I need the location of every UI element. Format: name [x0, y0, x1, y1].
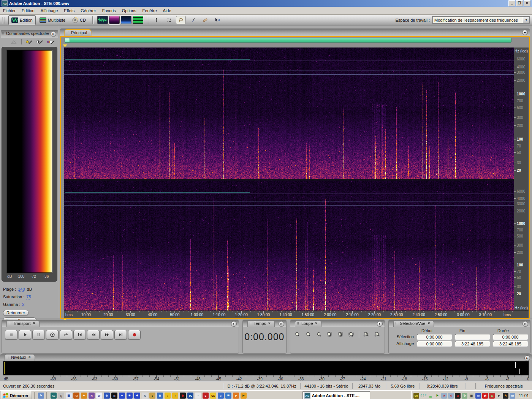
level-meter[interactable] [3, 361, 529, 375]
spectrogram-right-channel[interactable] [64, 180, 514, 310]
zoom-out-horizontal-button[interactable] [303, 330, 313, 339]
waveform-display-button[interactable] [97, 16, 108, 24]
panel-menu-button[interactable]: ▶ [377, 321, 383, 327]
menu-aide[interactable]: Aide [160, 8, 174, 14]
media-player-icon[interactable]: ▶ [241, 393, 247, 399]
palette-pen-contrast-icon[interactable] [36, 40, 44, 44]
cursor-icon[interactable]: ➤ [496, 393, 502, 399]
task-button-audition[interactable]: Au Adobe Audition - STE-... [302, 391, 370, 399]
zoom-out-full-button[interactable] [314, 330, 324, 339]
time-field[interactable]: 3:22:48.185 [493, 341, 528, 347]
planet-icon[interactable]: ◉ [104, 393, 110, 399]
playhead-marker-top[interactable] [63, 44, 67, 47]
pdf-icon[interactable]: P [233, 393, 239, 399]
pen-tablet-icon[interactable]: ✎ [38, 393, 44, 399]
close-icon[interactable]: × [315, 321, 318, 325]
menu-fenêtre[interactable]: Fenêtre [139, 8, 160, 14]
tab-selection-vue[interactable]: Sélection/Vue × [393, 320, 434, 327]
field-value-link[interactable]: 2 [22, 302, 24, 307]
close-icon[interactable]: × [268, 321, 271, 325]
workspace-dropdown[interactable]: Modification de l'espacement des fréquen… [432, 16, 530, 24]
zoom-selection-left-edge-button[interactable] [336, 330, 346, 339]
record-button[interactable] [128, 330, 141, 340]
overview-scrollbar[interactable] [65, 38, 511, 43]
spectral-frequency-display-button[interactable] [109, 16, 120, 24]
menu-options[interactable]: Options [119, 8, 139, 14]
paintbrush-tool[interactable] [188, 16, 198, 24]
play-button[interactable] [19, 330, 31, 340]
time-field[interactable]: 3:22:48.185 [455, 341, 490, 347]
rewind-button[interactable] [87, 330, 100, 340]
lasso-selection-tool[interactable] [176, 16, 186, 24]
time-selection-tool[interactable] [152, 16, 162, 24]
panel-menu-button[interactable]: ▶ [524, 355, 530, 361]
play-looped-button[interactable] [46, 330, 59, 340]
stop-button[interactable] [5, 330, 17, 340]
dropdown-arrow-icon[interactable]: ▼ [523, 17, 529, 23]
messenger-icon[interactable]: ☺ [218, 393, 224, 399]
edition-mode-button[interactable]: Edition [8, 15, 36, 25]
playhead-line[interactable] [64, 48, 64, 310]
spectral-pan-display-button[interactable] [133, 16, 143, 24]
go-to-end-button[interactable] [114, 330, 127, 340]
onenote-icon[interactable]: N [89, 393, 95, 399]
ball-yellow-icon[interactable]: ● [165, 393, 171, 399]
panel-menu-button[interactable]: ▶ [51, 31, 56, 37]
field-value-link[interactable]: 140 [18, 287, 25, 292]
start-button[interactable]: Démarrer [1, 391, 32, 399]
restore-button[interactable]: ❐ [516, 0, 523, 6]
web-tool-icon[interactable]: 3 [149, 393, 155, 399]
netscape-icon[interactable]: N [111, 393, 117, 399]
panel-menu-button[interactable]: ▶ [231, 321, 237, 327]
multipiste-mode-button[interactable]: Multipiste [36, 15, 68, 25]
time-field[interactable] [455, 334, 490, 340]
spectral-palette-gradient[interactable] [6, 50, 52, 273]
pause-button[interactable] [32, 330, 45, 340]
works-icon[interactable]: ✦ [81, 393, 87, 399]
tab-niveaux[interactable]: Niveaux × [5, 354, 35, 361]
go-to-beginning-button[interactable] [73, 330, 86, 340]
time-ruler[interactable]: hmshms10:0020:0030:0040:0050:001:00:001:… [64, 310, 514, 318]
panel-grip[interactable] [2, 32, 4, 36]
meter-pause-icon[interactable]: 00 [413, 393, 419, 399]
menu-fichier[interactable]: Fichier [0, 8, 19, 14]
close-icon[interactable]: × [428, 321, 430, 325]
fx-icon[interactable]: FX [73, 393, 79, 399]
sbp-icon[interactable]: S [203, 393, 209, 399]
menu-affichage[interactable]: Affichage [38, 8, 61, 14]
menu-edition[interactable]: Edition [19, 8, 38, 14]
archive-icon[interactable]: A [142, 393, 148, 399]
time-field[interactable]: 0:00.000 [417, 334, 452, 340]
cd-mode-button[interactable]: CD [69, 15, 89, 25]
ball-duo-icon[interactable]: ◑ [172, 393, 178, 399]
close-icon[interactable]: × [33, 321, 35, 325]
close-icon[interactable]: × [28, 355, 31, 359]
zoom-selection-right-edge-button[interactable] [347, 330, 356, 339]
toolbar-grip[interactable] [2, 17, 5, 24]
panel-grip[interactable] [518, 30, 521, 34]
zoom-to-selection-button[interactable] [325, 330, 335, 339]
picture-tool-icon[interactable]: ✦ [119, 393, 125, 399]
tab-loupe[interactable]: Loupe × [295, 320, 321, 327]
field-value-link[interactable]: 75 [26, 294, 31, 299]
menu-générer[interactable]: Générer [78, 8, 99, 14]
zoom-in-horizontal-button[interactable] [293, 330, 302, 339]
minimized-app-icon[interactable]: ▂ [428, 393, 433, 399]
repair-tool-icon[interactable]: ✚ [134, 393, 140, 399]
folder-icon[interactable]: ▭ [510, 393, 515, 399]
ue-icon[interactable]: UE [210, 393, 216, 399]
tc-icon[interactable]: TC [187, 393, 193, 399]
panel-menu-button[interactable]: ▶ [522, 30, 528, 35]
flag-icon[interactable]: ⚑ [434, 393, 440, 399]
zoom-out-vertical-button[interactable] [372, 330, 382, 339]
close-button[interactable]: × [524, 0, 530, 6]
calculator-icon[interactable]: ▦ [66, 393, 72, 399]
spectral-phase-display-button[interactable] [121, 16, 131, 24]
pen-icon[interactable]: ✎ [503, 393, 508, 399]
display-icon[interactable]: ▭ [475, 393, 481, 399]
blocked-icon[interactable]: ⊘ [455, 393, 461, 399]
fast-forward-button[interactable] [101, 330, 113, 340]
marquee-selection-tool[interactable] [164, 16, 174, 24]
scanner-icon[interactable]: ▣ [469, 393, 474, 399]
palette-pen-color-icon[interactable] [25, 40, 33, 44]
